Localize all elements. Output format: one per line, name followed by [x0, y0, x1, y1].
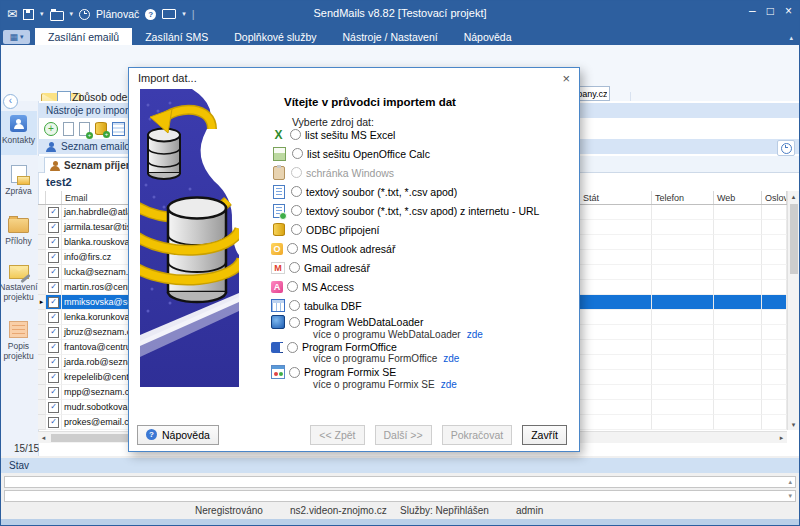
more-info-link[interactable]: zde: [467, 329, 483, 340]
import-source-option[interactable]: MS Access: [271, 277, 573, 296]
tab-zasilani-emailu[interactable]: Zasílání emailů: [35, 28, 132, 45]
radio-button[interactable]: [291, 167, 302, 178]
checkbox[interactable]: ✓: [48, 417, 59, 428]
dialog-close-icon[interactable]: ×: [562, 72, 570, 85]
scroll-up-icon[interactable]: ▴: [788, 191, 799, 202]
radio-button[interactable]: [289, 262, 300, 273]
video-icon[interactable]: [162, 9, 176, 19]
planner-clock-icon[interactable]: [79, 9, 90, 20]
import-source-option[interactable]: textový soubor (*.txt, *.csv apod): [271, 182, 573, 201]
sidebar-item-prilohy[interactable]: Přílohy: [0, 211, 37, 253]
scroll-right-icon[interactable]: ▸: [776, 432, 787, 443]
scrollbar-thumb[interactable]: [790, 204, 798, 274]
import-source-option[interactable]: Program FormOffice více o programu FormO…: [271, 340, 573, 365]
checkbox[interactable]: ✓: [48, 402, 59, 413]
video-dropdown-caret[interactable]: ▾: [182, 10, 186, 18]
collapse-sidebar-button[interactable]: ‹: [3, 94, 18, 109]
checkbox[interactable]: ✓: [48, 372, 59, 383]
radio-button[interactable]: [292, 148, 303, 159]
tab-napoveda[interactable]: Nápověda: [451, 28, 525, 45]
column-header-web[interactable]: Web: [714, 191, 762, 204]
scroll-down-icon[interactable]: ▾: [788, 492, 792, 500]
checkbox[interactable]: ✓: [48, 207, 59, 218]
column-header-telefon[interactable]: Telefon: [652, 191, 714, 204]
tab-seznam-prijemcu[interactable]: Seznam příjemců: [44, 157, 140, 173]
radio-button[interactable]: [289, 300, 300, 311]
mail-icon[interactable]: ✉: [7, 8, 17, 20]
radio-button[interactable]: [289, 367, 300, 378]
column-header-osloveni[interactable]: Oslov: [762, 191, 787, 204]
sidebar-item-nastaveni-projektu[interactable]: Nastavení projektu: [0, 258, 37, 308]
add-page-icon[interactable]: [79, 122, 90, 136]
radio-button[interactable]: [291, 224, 302, 235]
add-icon[interactable]: +: [44, 122, 58, 136]
folder-dropdown-caret[interactable]: ▾: [70, 10, 74, 18]
minimize-button[interactable]: –: [749, 4, 756, 18]
back-button[interactable]: << Zpět: [310, 425, 364, 445]
file-menu-button[interactable]: ▦▾: [3, 30, 30, 44]
planner-label[interactable]: Plánovač: [96, 8, 139, 20]
next-button[interactable]: Další >>: [375, 425, 432, 445]
schedule-button[interactable]: [777, 140, 795, 156]
sidebar-item-kontakty[interactable]: Kontakty: [0, 111, 37, 155]
sidebar-item-popis-projektu[interactable]: Popis projektu: [0, 315, 37, 365]
checkbox[interactable]: ✓: [48, 297, 59, 308]
checkbox[interactable]: ✓: [48, 237, 59, 248]
import-source-option[interactable]: Program WebDataLoader více o programu We…: [271, 315, 573, 340]
close-button[interactable]: ×: [785, 4, 792, 18]
import-source-option[interactable]: Program Formix SE více o programu Formix…: [271, 365, 573, 390]
new-page-icon[interactable]: [63, 122, 74, 136]
scroll-down-icon[interactable]: ▾: [788, 419, 799, 430]
checkbox[interactable]: ✓: [48, 327, 59, 338]
checkbox-column-header[interactable]: [46, 191, 62, 204]
scroll-left-icon[interactable]: ◂: [38, 432, 49, 443]
add-database-icon[interactable]: [95, 122, 107, 135]
ribbon-collapse-chevron[interactable]: ▴: [789, 34, 793, 42]
tab-nastroje-nastaveni[interactable]: Nástroje / Nastavení: [330, 28, 451, 45]
checkbox[interactable]: ✓: [48, 312, 59, 323]
more-info-link[interactable]: zde: [441, 379, 457, 390]
checkbox[interactable]: ✓: [48, 387, 59, 398]
radio-button[interactable]: [287, 281, 298, 292]
import-source-option[interactable]: schránka Windows: [271, 163, 573, 182]
help-icon[interactable]: ?: [145, 9, 156, 20]
import-source-option[interactable]: Gmail adresář: [271, 258, 573, 277]
radio-button[interactable]: [290, 129, 301, 140]
save-dropdown-caret[interactable]: ▾: [40, 10, 44, 18]
dialog-title-bar[interactable]: Import dat... ×: [129, 68, 579, 88]
checkbox[interactable]: ✓: [48, 222, 59, 233]
import-source-option[interactable]: list sešitu MS Excel: [271, 125, 573, 144]
scroll-up-icon[interactable]: ▴: [788, 478, 792, 486]
radio-button[interactable]: [291, 205, 302, 216]
checkbox[interactable]: ✓: [48, 267, 59, 278]
checkbox[interactable]: ✓: [48, 357, 59, 368]
radio-button[interactable]: [287, 243, 298, 254]
close-dialog-button[interactable]: Zavřít: [522, 425, 567, 445]
import-source-option[interactable]: MS Outlook adresář: [271, 239, 573, 258]
continue-button[interactable]: Pokračovat: [442, 425, 513, 445]
column-header-stat[interactable]: Stát: [580, 191, 652, 204]
radio-button[interactable]: [289, 317, 300, 328]
sidebar-item-zprava[interactable]: Zpráva: [0, 161, 37, 203]
checkbox[interactable]: ✓: [48, 342, 59, 353]
radio-button[interactable]: [287, 342, 298, 353]
checkbox[interactable]: ✓: [48, 282, 59, 293]
more-info-link[interactable]: zde: [443, 353, 459, 364]
checkbox[interactable]: ✓: [48, 252, 59, 263]
tab-zasilani-sms[interactable]: Zasílání SMS: [132, 28, 221, 45]
import-source-option[interactable]: textový soubor (*.txt, *.csv apod) z int…: [271, 201, 573, 220]
maximize-button[interactable]: □: [767, 4, 774, 18]
selector-column-header[interactable]: [38, 191, 46, 204]
spreadsheet-icon[interactable]: [112, 122, 125, 136]
tab-doplnkove-sluzby[interactable]: Doplňkové služby: [221, 28, 329, 45]
vertical-scrollbar[interactable]: ▴ ▾: [787, 191, 799, 430]
help-button[interactable]: ? Nápověda: [137, 425, 219, 445]
telefon-cell: [652, 310, 714, 325]
import-source-option[interactable]: list sešitu OpenOffice Calc: [271, 144, 573, 163]
import-source-option[interactable]: tabulka DBF: [271, 296, 573, 315]
radio-button[interactable]: [291, 186, 302, 197]
folder-icon[interactable]: [50, 11, 64, 21]
import-source-option[interactable]: ODBC připojení: [271, 220, 573, 239]
save-icon[interactable]: [23, 9, 34, 20]
osloveni-cell: [762, 220, 787, 235]
